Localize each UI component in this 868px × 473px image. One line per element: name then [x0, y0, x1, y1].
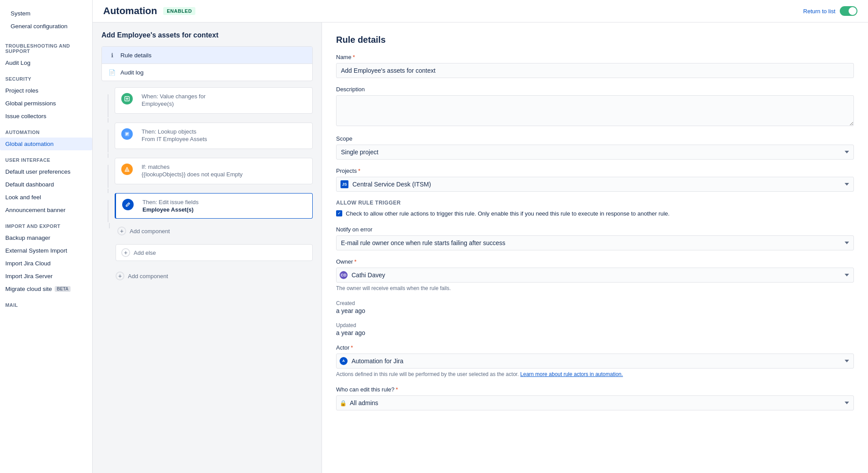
sidebar-item-project-roles[interactable]: Project roles	[0, 84, 92, 97]
nav-audit-log-label: Audit log	[120, 69, 144, 76]
step-trigger-label: When: Value changes for	[142, 93, 206, 100]
add-component-2[interactable]: + Add component	[116, 268, 313, 284]
step-lookup: Then: Lookup objects From IT Employee As…	[101, 123, 313, 153]
step-edit-fields: Then: Edit issue fields Employee Asset(s…	[101, 193, 313, 223]
projects-required: *	[358, 168, 360, 174]
description-textarea[interactable]	[336, 95, 854, 126]
step-trigger-sublabel: Employee(s)	[142, 101, 206, 107]
nav-rule-details[interactable]: ℹ Rule details	[102, 47, 312, 64]
sidebar-section-security: SECURITY	[0, 69, 92, 84]
sidebar-item-issue-collectors[interactable]: Issue collectors	[0, 110, 92, 123]
owner-select[interactable]: Cathi Davey	[336, 268, 854, 283]
created-label: Created	[336, 300, 854, 306]
automation-nav: ℹ Rule details 📄 Audit log	[101, 46, 313, 81]
step-box-condition[interactable]: If: matches {{lookupObjects}} does not e…	[115, 158, 313, 184]
actor-info-text: Actions defined in this rule will be per…	[336, 370, 854, 378]
enabled-badge: ENABLED	[163, 7, 195, 15]
sidebar-item-migrate-cloud-site[interactable]: Migrate cloud site BETA	[0, 283, 92, 295]
created-group: Created a year ago	[336, 300, 854, 314]
sidebar-item-backup-manager[interactable]: Backup manager	[0, 231, 92, 244]
sidebar-item-announcement-banner[interactable]: Announcement banner	[0, 204, 92, 216]
name-required: *	[353, 54, 355, 60]
add-component-bottom-label: Add component	[128, 273, 168, 279]
sidebar-item-external-system-import[interactable]: External System Import	[0, 244, 92, 257]
name-field-group: Name *	[336, 54, 854, 78]
actor-required: *	[351, 344, 353, 351]
allow-rule-trigger-group: Allow rule trigger ✓ Check to allow othe…	[336, 200, 854, 218]
sidebar-item-global-automation[interactable]: Global automation	[0, 138, 92, 150]
step-box-trigger[interactable]: When: Value changes for Employee(s)	[115, 87, 313, 114]
toggle-knob	[849, 7, 857, 15]
add-else-button[interactable]: + Add else	[116, 244, 313, 261]
beta-badge: BETA	[55, 286, 71, 292]
notify-on-error-select[interactable]: E-mail rule owner once when rule starts …	[336, 235, 854, 250]
page-header: Automation ENABLED Return to list	[93, 0, 868, 22]
sidebar-item-default-dashboard[interactable]: Default dashboard	[0, 178, 92, 191]
projects-select[interactable]: Central Service Desk (ITSM)	[336, 177, 854, 192]
nav-audit-log[interactable]: 📄 Audit log	[102, 64, 312, 81]
owner-field-group: Owner * CD Cathi Davey The owner will re…	[336, 258, 854, 292]
step-trigger: When: Value changes for Employee(s)	[101, 87, 313, 118]
add-else-label: Add else	[134, 250, 156, 256]
allow-rule-trigger-title: Allow rule trigger	[336, 200, 854, 206]
sidebar-item-system[interactable]: System	[5, 7, 87, 20]
rule-details-title: Rule details	[336, 35, 854, 45]
owner-label: Owner *	[336, 258, 854, 265]
allow-trigger-text: Check to allow other rule actions to tri…	[346, 209, 670, 218]
owner-required: *	[354, 258, 356, 265]
projects-label: Projects *	[336, 168, 854, 174]
step-lookup-sublabel: From IT Employee Assets	[142, 136, 207, 142]
sidebar-item-audit-log[interactable]: Audit Log	[0, 56, 92, 69]
checkmark-icon: ✓	[337, 211, 341, 216]
scope-select[interactable]: Single project Multiple projects Global	[336, 145, 854, 160]
page-title: Automation	[103, 5, 157, 17]
scope-label: Scope	[336, 135, 854, 142]
sidebar-item-look-and-feel[interactable]: Look and feel	[0, 191, 92, 204]
actor-learn-more-link[interactable]: Learn more about rule actors in automati…	[520, 371, 623, 377]
who-can-edit-group: Who can edit this rule? * 🔒 All admins P…	[336, 386, 854, 410]
add-component-label: Add component	[130, 228, 170, 235]
allow-trigger-checkbox[interactable]: ✓	[336, 210, 342, 216]
notify-on-error-label: Notify on error	[336, 226, 854, 233]
allow-rule-trigger-row: ✓ Check to allow other rule actions to t…	[336, 209, 854, 218]
trigger-icon	[121, 93, 133, 104]
sidebar-item-general-config[interactable]: General configuration	[5, 20, 87, 33]
notify-on-error-group: Notify on error E-mail rule owner once w…	[336, 226, 854, 250]
step-line	[108, 94, 108, 117]
content-area: Add Employee's assets for context ℹ Rule…	[93, 22, 868, 473]
sidebar-item-import-jira-cloud[interactable]: Import Jira Cloud	[0, 257, 92, 270]
name-label: Name *	[336, 54, 854, 60]
sidebar-section-automation: AUTOMATION	[0, 123, 92, 138]
who-can-edit-label: Who can edit this rule? *	[336, 386, 854, 393]
document-icon: 📄	[108, 68, 116, 76]
rule-details-panel: Rule details Name * Description Scope Si…	[322, 22, 868, 473]
owner-info-text: The owner will receive emails when the r…	[336, 284, 854, 292]
enabled-toggle[interactable]	[840, 6, 857, 16]
sidebar-item-global-permissions[interactable]: Global permissions	[0, 97, 92, 110]
step-condition: If: matches {{lookupObjects}} does not e…	[101, 158, 313, 189]
description-field-group: Description	[336, 86, 854, 127]
sidebar-item-import-jira-server[interactable]: Import Jira Server	[0, 270, 92, 283]
return-to-list-link[interactable]: Return to list	[803, 8, 835, 15]
step-lookup-label: Then: Lookup objects	[142, 128, 207, 135]
automation-steps-panel: Add Employee's assets for context ℹ Rule…	[93, 22, 322, 473]
step-edit-label: Then: Edit issue fields	[142, 199, 198, 205]
updated-group: Updated a year ago	[336, 322, 854, 336]
main-area: Automation ENABLED Return to list Add Em…	[93, 0, 868, 473]
projects-field-group: Projects * JS Central Service Desk (ITSM…	[336, 168, 854, 192]
sidebar-section-import-export: IMPORT AND EXPORT	[0, 216, 92, 231]
step-line-4	[108, 200, 108, 222]
add-else-icon: +	[121, 248, 130, 257]
step-condition-sublabel: {{lookupObjects}} does not equal Empty	[142, 171, 243, 178]
step-box-edit-fields[interactable]: Then: Edit issue fields Employee Asset(s…	[115, 193, 313, 219]
actor-field-group: Actor * A Automation for Jira Actions de…	[336, 344, 854, 378]
step-line-2	[108, 130, 108, 153]
step-box-lookup[interactable]: Then: Lookup objects From IT Employee As…	[115, 123, 313, 149]
add-component-1[interactable]: + Add component	[117, 223, 313, 239]
sidebar-item-default-user-prefs[interactable]: Default user preferences	[0, 165, 92, 178]
who-can-edit-select[interactable]: All admins Project admins Automation adm…	[336, 395, 854, 410]
condition-icon	[121, 164, 133, 175]
header-actions: Return to list	[803, 6, 857, 16]
name-input[interactable]	[336, 63, 854, 78]
actor-select[interactable]: Automation for Jira	[336, 354, 854, 369]
